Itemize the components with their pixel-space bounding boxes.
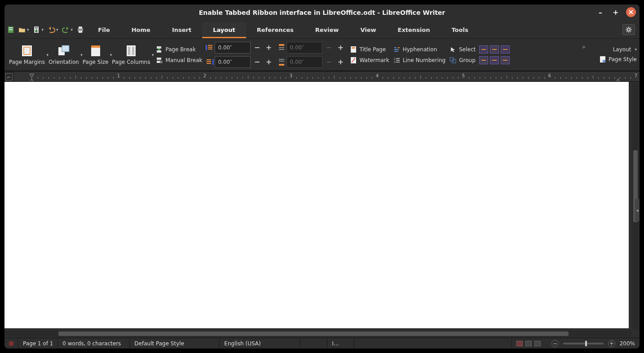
- tab-view[interactable]: View: [349, 22, 387, 38]
- page-columns-button[interactable]: Page Columns ▾: [110, 44, 152, 66]
- status-save-indicator[interactable]: [4, 338, 18, 349]
- spacing-above-row: 0.00″ − +: [278, 42, 346, 54]
- sidebar-toggle[interactable]: ◂: [635, 199, 640, 221]
- window-title: Enable Tabbed Ribbon interface in LibreO…: [199, 9, 446, 16]
- svg-rect-29: [352, 47, 355, 49]
- page-style-button[interactable]: Page Style: [599, 55, 637, 63]
- hyphenation-button[interactable]: Hyphenation: [393, 45, 446, 54]
- status-language[interactable]: English (USA): [220, 338, 300, 349]
- watermark-button[interactable]: Watermark: [349, 56, 389, 64]
- group-button[interactable]: Group: [449, 56, 476, 64]
- spacing-above-increase[interactable]: +: [335, 42, 346, 54]
- chevron-down-icon: ▾: [26, 27, 30, 32]
- close-button[interactable]: [626, 7, 636, 17]
- right-indent-marker[interactable]: △: [616, 77, 620, 82]
- indent-left-decrease[interactable]: −: [251, 42, 262, 54]
- indent-right-increase[interactable]: +: [263, 56, 274, 68]
- svg-text:2: 2: [394, 60, 396, 63]
- svg-rect-7: [79, 31, 82, 33]
- chevron-down-icon: ▾: [55, 27, 59, 32]
- horizontal-scrollbar[interactable]: [4, 331, 631, 337]
- wrap-option-1[interactable]: [479, 45, 488, 54]
- view-book[interactable]: [534, 341, 541, 346]
- indent-left-icon: [206, 44, 214, 52]
- document-page[interactable]: [4, 82, 629, 328]
- print-button[interactable]: [75, 25, 85, 35]
- svg-rect-14: [91, 45, 100, 48]
- svg-rect-21: [157, 58, 161, 60]
- ribbon-settings-wrap: [618, 21, 640, 38]
- new-doc-icon: [7, 26, 15, 34]
- tab-layout[interactable]: Layout: [202, 22, 246, 38]
- status-insert-mode[interactable]: [300, 338, 327, 349]
- status-selection-mode[interactable]: I…: [327, 338, 354, 349]
- status-signature[interactable]: [354, 338, 512, 349]
- spacing-below-input[interactable]: 0.00″: [287, 56, 322, 68]
- wrap-option-2[interactable]: [490, 45, 499, 54]
- wrap-option-3[interactable]: [501, 45, 510, 54]
- indent-left-increase[interactable]: +: [263, 42, 274, 54]
- indent-right-decrease[interactable]: −: [251, 56, 262, 68]
- page-break-icon: [155, 45, 163, 54]
- maximize-button[interactable]: +: [611, 7, 621, 17]
- manual-break-button[interactable]: Manual Break: [155, 56, 202, 64]
- status-page-style[interactable]: Default Page Style: [130, 338, 220, 349]
- page-size-button[interactable]: Page Size ▾: [81, 44, 110, 66]
- tab-tools[interactable]: Tools: [441, 22, 479, 38]
- hyphenation-icon: [393, 45, 401, 54]
- tab-insert[interactable]: Insert: [161, 22, 202, 38]
- svg-rect-25: [212, 59, 214, 65]
- quick-access-toolbar: ▾ ▾ ▾ ▾: [4, 21, 87, 38]
- status-zoom: − + 200%: [547, 338, 640, 349]
- indent-left-row: 0.00″ − +: [206, 42, 274, 54]
- tab-home[interactable]: Home: [121, 22, 161, 38]
- spacing-above-input[interactable]: 0.00″: [287, 42, 322, 54]
- page-margins-button[interactable]: Page Margins ▾: [7, 44, 47, 66]
- ribbon-overflow-button[interactable]: »: [582, 39, 586, 55]
- page-break-button[interactable]: Page Break: [155, 45, 202, 54]
- zoom-slider[interactable]: [563, 343, 604, 344]
- ribbon-settings-button[interactable]: [622, 24, 635, 35]
- wrap-option-6[interactable]: [501, 56, 510, 64]
- left-indent-marker[interactable]: △: [30, 77, 34, 82]
- zoom-slider-knob[interactable]: [585, 341, 587, 346]
- tab-review[interactable]: Review: [304, 22, 350, 38]
- tab-file[interactable]: File: [87, 22, 121, 38]
- orientation-button[interactable]: Orientation ▾: [47, 44, 81, 66]
- indent-right-input[interactable]: 0.00″: [215, 56, 251, 68]
- minimize-button[interactable]: –: [595, 7, 605, 17]
- zoom-percent[interactable]: 200%: [617, 340, 635, 347]
- spacing-above-decrease[interactable]: −: [323, 42, 334, 54]
- view-multi-page[interactable]: [525, 341, 532, 346]
- layout-menu-button[interactable]: Layout ▾: [613, 46, 637, 53]
- tab-stop-selector[interactable]: ⌐: [5, 73, 13, 80]
- zoom-out-button[interactable]: −: [551, 340, 559, 347]
- svg-rect-26: [279, 44, 284, 46]
- spacing-below-increase[interactable]: +: [335, 56, 346, 68]
- new-document-button[interactable]: [6, 25, 16, 35]
- ribbon-tabs: File Home Insert Layout References Revie…: [87, 21, 618, 38]
- zoom-in-button[interactable]: +: [608, 340, 615, 347]
- save-button[interactable]: ▾: [32, 25, 46, 35]
- horizontal-ruler[interactable]: ⌐ ▽△1234567△: [4, 71, 640, 82]
- undo-button[interactable]: ▾: [46, 25, 60, 35]
- tab-references[interactable]: References: [246, 22, 304, 38]
- status-word-count[interactable]: 0 words, 0 characters: [58, 338, 130, 349]
- wrap-option-4[interactable]: [479, 56, 488, 64]
- redo-button[interactable]: ▾: [61, 25, 75, 35]
- open-button[interactable]: ▾: [17, 25, 31, 35]
- spacing-below-decrease[interactable]: −: [323, 56, 334, 68]
- title-page-button[interactable]: Title Page: [349, 45, 389, 54]
- indent-left-input[interactable]: 0.00″: [215, 42, 251, 54]
- svg-point-23: [160, 61, 163, 63]
- ruler-number: 1: [117, 73, 120, 75]
- line-numbering-button[interactable]: 12 Line Numbering: [393, 56, 446, 64]
- horizontal-scroll-thumb[interactable]: [58, 331, 569, 336]
- app-window: Enable Tabbed Ribbon interface in LibreO…: [4, 4, 640, 349]
- status-view-layout: [512, 338, 547, 349]
- tab-extension[interactable]: Extension: [387, 22, 441, 38]
- select-button[interactable]: Select: [449, 45, 476, 54]
- status-page[interactable]: Page 1 of 1: [18, 338, 58, 349]
- view-single-page[interactable]: [516, 341, 523, 346]
- wrap-option-5[interactable]: [490, 56, 499, 64]
